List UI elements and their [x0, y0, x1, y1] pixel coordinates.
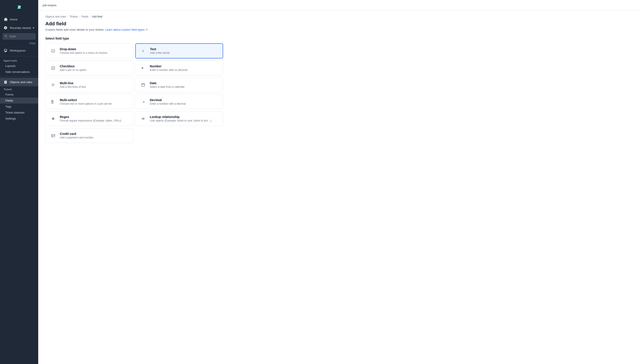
- creditcard-icon: [50, 132, 57, 139]
- sidebar-item-fields[interactable]: Fields: [0, 98, 38, 104]
- field-type-desc: Enter a number with no decimal: [150, 68, 187, 72]
- svg-point-18: [53, 118, 54, 119]
- field-type-desc: Add a yes or no option: [60, 68, 86, 72]
- breadcrumb-sep-1: ›: [67, 15, 68, 18]
- field-type-regex[interactable]: Regex Format regular expressions (Exampl…: [45, 111, 133, 126]
- number-icon: #: [140, 64, 147, 72]
- field-type-date[interactable]: Date Select a date from a calendar: [135, 78, 223, 92]
- search-input[interactable]: ticket: [3, 33, 36, 40]
- field-type-number[interactable]: # Number Enter a number with no decimal: [135, 61, 223, 75]
- sidebar-recently-viewed[interactable]: Recently viewed ▼: [0, 24, 38, 32]
- logo-icon: [15, 3, 24, 12]
- field-type-creditcard[interactable]: Credit card Add a payment card number: [45, 128, 133, 143]
- section-title: Select field type: [45, 37, 633, 40]
- monitor-icon: [4, 48, 8, 52]
- field-type-lookup[interactable]: Lookup relationship Link objects (Exampl…: [135, 111, 223, 126]
- field-type-desc: Choose one option in a menu of choices: [60, 51, 107, 54]
- clear-link-container: Clear: [0, 41, 38, 46]
- top-bar-title: pdi-respira: [43, 4, 56, 7]
- recently-viewed-chevron: ▼: [32, 27, 35, 29]
- field-type-name: Lookup relationship: [150, 115, 211, 119]
- field-type-multiline[interactable]: Multi-line Add a few lines of text: [45, 78, 133, 92]
- field-type-desc: Add a payment card number: [60, 136, 93, 139]
- clear-button[interactable]: Clear: [29, 42, 36, 45]
- field-type-name: Multi-line: [60, 81, 86, 85]
- checkbox-icon: [50, 64, 57, 72]
- field-type-dropdown[interactable]: Drop-down Choose one option in a menu of…: [45, 43, 133, 58]
- field-type-checkbox[interactable]: Checkbox Add a yes or no option: [45, 61, 133, 75]
- field-type-name: Multi-select: [60, 98, 112, 102]
- field-type-text[interactable]: T Text Add a few words: [135, 43, 223, 58]
- learn-link[interactable]: Learn about custom field types: [105, 28, 145, 31]
- field-type-name: Date: [150, 81, 185, 85]
- field-type-decimal[interactable]: .0 Decimal Enter a number with a decimal: [135, 94, 223, 109]
- svg-text:T: T: [142, 49, 144, 53]
- sidebar-item-settings[interactable]: Settings: [0, 116, 38, 122]
- clock-icon: [4, 26, 8, 30]
- field-type-desc: Format regular expressions (Example: dat…: [60, 119, 121, 122]
- breadcrumb: Objects and rules › Tickets › Fields › A…: [45, 15, 633, 18]
- field-type-desc: Select a date from a calendar: [150, 85, 185, 88]
- regex-icon: [50, 115, 57, 122]
- search-icon: [4, 34, 7, 38]
- sidebar-item-workspaces[interactable]: Workspaces: [0, 46, 38, 55]
- field-type-name: Decimal: [150, 98, 186, 102]
- sidebar-item-side-conversations[interactable]: Side conversations: [0, 69, 38, 75]
- lookup-icon: [140, 115, 147, 122]
- sidebar-item-home-label: Home: [10, 18, 18, 21]
- field-type-name: Number: [150, 64, 187, 68]
- field-type-multiselect[interactable]: Multi-select Choose one or more options …: [45, 94, 133, 109]
- svg-rect-19: [51, 134, 55, 137]
- svg-text:.0: .0: [141, 100, 144, 104]
- recently-viewed-label: Recently viewed: [10, 26, 31, 30]
- page-subtitle: Custom fields add more details to your t…: [45, 28, 633, 31]
- field-type-name: Text: [150, 47, 170, 51]
- breadcrumb-sep-3: ›: [90, 15, 91, 18]
- multiline-icon: [50, 81, 57, 88]
- main-content: Objects and rules › Tickets › Fields › A…: [38, 11, 640, 364]
- breadcrumb-add-field: Add field: [92, 15, 102, 18]
- breadcrumb-sep-2: ›: [79, 15, 80, 18]
- svg-rect-7: [142, 84, 145, 86]
- date-icon: [140, 81, 147, 88]
- svg-rect-2: [52, 66, 55, 70]
- field-type-name: Credit card: [60, 132, 93, 136]
- sidebar-item-workspaces-label: Workspaces: [10, 49, 26, 52]
- sidebar-item-objects-and-rules[interactable]: Objects and rules: [0, 78, 38, 86]
- multiselect-icon: [50, 98, 57, 105]
- sidebar-item-home[interactable]: Home: [0, 15, 38, 24]
- sidebar-item-tags[interactable]: Tags: [0, 104, 38, 110]
- decimal-icon: .0: [140, 98, 147, 105]
- breadcrumb-fields[interactable]: Fields: [81, 15, 88, 18]
- field-type-desc: Add a few words: [150, 51, 170, 54]
- top-bar: pdi-respira: [38, 0, 640, 11]
- field-type-desc: Link objects (Example: ticket to user, t…: [150, 119, 211, 122]
- search-container: ticket: [3, 33, 36, 40]
- main-wrapper: pdi-respira Objects and rules › Tickets …: [38, 0, 640, 364]
- sidebar-item-layouts[interactable]: Layouts: [0, 63, 38, 69]
- field-type-name: Checkbox: [60, 64, 86, 68]
- svg-rect-0: [52, 50, 55, 52]
- sidebar-item-forms[interactable]: Forms: [0, 92, 38, 98]
- breadcrumb-tickets[interactable]: Tickets: [70, 15, 78, 18]
- field-type-name: Drop-down: [60, 47, 107, 51]
- home-icon: [4, 17, 8, 21]
- sidebar: Home Recently viewed ▼ ticket Clear Work…: [0, 0, 38, 364]
- field-type-name: Regex: [60, 115, 121, 119]
- sidebar-item-ticket-statuses[interactable]: Ticket statuses: [0, 110, 38, 116]
- svg-rect-12: [52, 102, 53, 104]
- svg-text:#: #: [142, 66, 143, 70]
- tickets-group-label: Tickets: [0, 86, 38, 92]
- agent-tools-label: Agent tools: [0, 58, 38, 63]
- field-type-desc: Add a few lines of text: [60, 85, 86, 88]
- app-logo: [0, 0, 38, 15]
- objects-rules-icon: [4, 80, 8, 84]
- dropdown-icon: [50, 47, 57, 54]
- objects-rules-label: Objects and rules: [10, 80, 32, 84]
- field-type-desc: Choose one or more options in a pre-set …: [60, 102, 112, 105]
- field-type-desc: Enter a number with a decimal: [150, 102, 186, 105]
- text-icon: T: [140, 47, 147, 54]
- page-title: Add field: [45, 21, 633, 27]
- breadcrumb-objects-rules[interactable]: Objects and rules: [45, 15, 66, 18]
- field-type-grid: Drop-down Choose one option in a menu of…: [45, 43, 223, 143]
